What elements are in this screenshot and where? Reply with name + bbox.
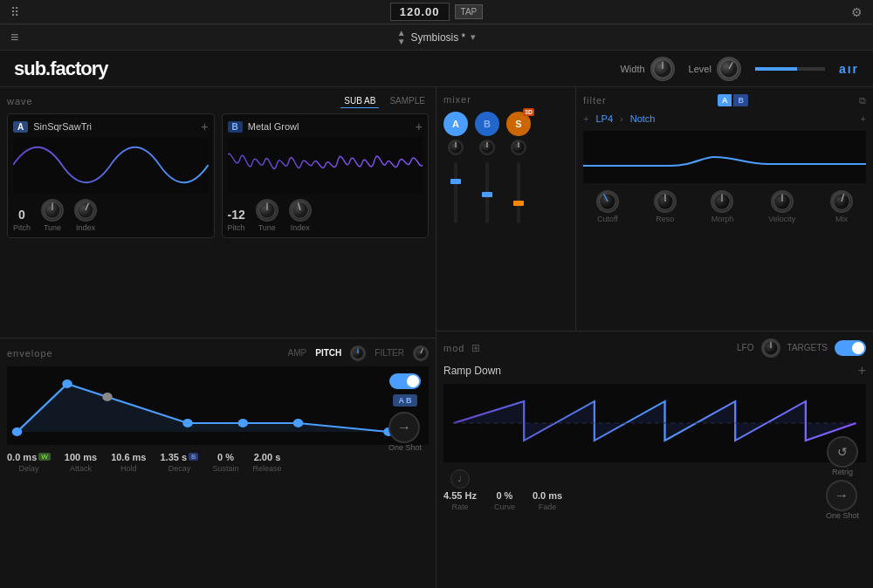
bpm-display[interactable]: 120.00 <box>390 3 450 21</box>
tab-filter[interactable]: FILTER <box>375 348 404 358</box>
filter-type-lp4[interactable]: LP4 <box>595 113 613 124</box>
envelope-toggle[interactable] <box>389 373 421 389</box>
mixer-knob-b[interactable] <box>479 140 495 155</box>
reso-label: Reso <box>656 215 674 223</box>
ramp-add-button[interactable]: + <box>858 363 866 379</box>
filter-cutoff: Cutoff <box>596 190 619 223</box>
settings-icon[interactable]: ⚙ <box>851 5 863 19</box>
mod-fade-label: Fade <box>539 503 557 511</box>
width-label: Width <box>620 64 644 74</box>
svg-point-19 <box>102 393 113 401</box>
velocity-knob[interactable] <box>771 190 794 213</box>
tab-sample[interactable]: SAMPLE <box>386 94 429 108</box>
level-knob[interactable] <box>717 57 741 81</box>
env-hold-value: 10.6 ms <box>111 452 146 462</box>
wave-index-knob-b[interactable] <box>289 199 312 222</box>
fader-track-s[interactable] <box>517 162 520 223</box>
filter-type-notch[interactable]: Notch <box>630 113 656 124</box>
filter-env-knob[interactable] <box>413 345 429 361</box>
morph-knob[interactable] <box>711 190 733 213</box>
preset-selector: ▲▼ Symbiosis * ▾ <box>397 29 477 46</box>
filter-display <box>583 131 866 183</box>
env-attack: 100 ms Attack <box>65 452 97 473</box>
wave-tune-knob-b[interactable] <box>256 199 278 222</box>
mix-label: Mix <box>835 215 848 223</box>
preset-arrows[interactable]: ▲▼ <box>397 29 406 46</box>
preset-dropdown[interactable]: ▾ <box>471 31 476 43</box>
pitch-knob[interactable] <box>350 345 366 361</box>
channel-a-button[interactable]: A <box>443 112 468 136</box>
filter-plus[interactable]: + <box>583 113 588 124</box>
cutoff-label: Cutoff <box>597 215 618 223</box>
mod-oneshot-button[interactable]: → <box>826 480 857 511</box>
wave-display-b <box>228 137 423 194</box>
reso-knob[interactable] <box>654 190 677 213</box>
level-label: Level <box>689 64 711 74</box>
mod-oneshot-container: → One Shot <box>826 480 859 520</box>
wave-label-a: A <box>13 121 28 133</box>
filter-btn-a[interactable]: A <box>718 94 732 106</box>
header: sub.factory Width Level aır <box>0 51 873 87</box>
wave-controls-b: -12 Pitch Tune <box>228 199 423 232</box>
tab-amp[interactable]: AMP <box>288 348 307 358</box>
retrig-button[interactable]: ↺ <box>827 436 858 468</box>
mod-left: mod ⊞ <box>443 342 480 354</box>
mixer-channel-b: B <box>475 112 499 227</box>
fader-handle-s[interactable] <box>513 201 524 206</box>
wave-panel-a-header: A SinSqrSawTri + <box>13 120 209 133</box>
channel-s-button[interactable]: S <box>506 112 531 136</box>
rate-icon: ♩ <box>450 469 470 489</box>
tab-sub-ab[interactable]: SUB AB <box>340 94 379 108</box>
width-knob[interactable] <box>650 57 675 81</box>
lfo-label: LFO <box>737 343 753 352</box>
filter-controls: Cutoff Reso Morph <box>583 190 866 223</box>
level-bar-fill <box>755 67 797 71</box>
fader-track-b[interactable] <box>485 162 489 223</box>
tap-button[interactable]: TAP <box>455 4 484 19</box>
targets-toggle[interactable] <box>835 340 866 356</box>
mixer-knob-s[interactable] <box>511 140 526 155</box>
air-logo: aır <box>839 62 859 76</box>
tab-pitch[interactable]: PITCH <box>315 348 341 358</box>
filter-plus-right[interactable]: + <box>861 113 866 124</box>
mixer-channel-a: A <box>443 112 468 227</box>
mod-section: mod ⊞ LFO TARGETS Ramp Down + <box>436 332 873 589</box>
mixer-section: mixer A B <box>436 87 576 331</box>
mod-rate: ♩ 4.55 Hz Rate <box>443 469 477 511</box>
svg-point-20 <box>182 419 193 427</box>
preset-name: Symbiosis * <box>411 31 466 44</box>
wave-tune-knob-a[interactable] <box>41 199 64 222</box>
wave-index-knob-a[interactable] <box>74 199 97 222</box>
fader-handle-b[interactable] <box>482 192 492 197</box>
wave-add-b-button[interactable]: + <box>416 120 423 133</box>
menu-icon[interactable]: ≡ <box>10 30 18 45</box>
ab-badge: A B <box>393 394 416 407</box>
fader-track-a[interactable] <box>454 162 457 223</box>
wave-label-b: B <box>228 121 243 133</box>
env-sustain-label: Sustain <box>212 464 238 473</box>
hamburger-icon[interactable]: ⠿ <box>10 5 19 19</box>
filter-copy-icon[interactable]: ⧉ <box>859 95 866 106</box>
filter-morph: Morph <box>711 190 733 223</box>
level-bar[interactable] <box>755 67 825 71</box>
mixer-knob-a[interactable] <box>448 140 464 155</box>
wave-title: wave <box>7 96 33 106</box>
cutoff-knob[interactable] <box>596 190 619 213</box>
channel-b-button[interactable]: B <box>475 112 499 136</box>
wave-pitch-value-a: 0 <box>18 208 25 222</box>
mix-knob[interactable] <box>830 190 853 213</box>
wave-add-a-button[interactable]: + <box>201 120 208 133</box>
top-bar: ⠿ 120.00 TAP ⚙ <box>0 0 873 24</box>
oneshot-button[interactable]: → <box>388 412 420 443</box>
mod-grid-icon[interactable]: ⊞ <box>471 342 480 354</box>
decay-b-badge: B <box>189 453 198 461</box>
fader-handle-a[interactable] <box>450 179 461 184</box>
svg-point-22 <box>293 419 304 427</box>
lfo-knob[interactable] <box>761 338 780 358</box>
filter-btn-b[interactable]: B <box>733 94 748 106</box>
env-decay: 1.35 s B Decay <box>161 452 199 473</box>
wave-header: wave SUB AB SAMPLE <box>7 94 429 108</box>
envelope-display <box>7 366 429 445</box>
ramp-header: Ramp Down + <box>443 363 866 379</box>
retrig-label: Retrig <box>827 468 858 476</box>
